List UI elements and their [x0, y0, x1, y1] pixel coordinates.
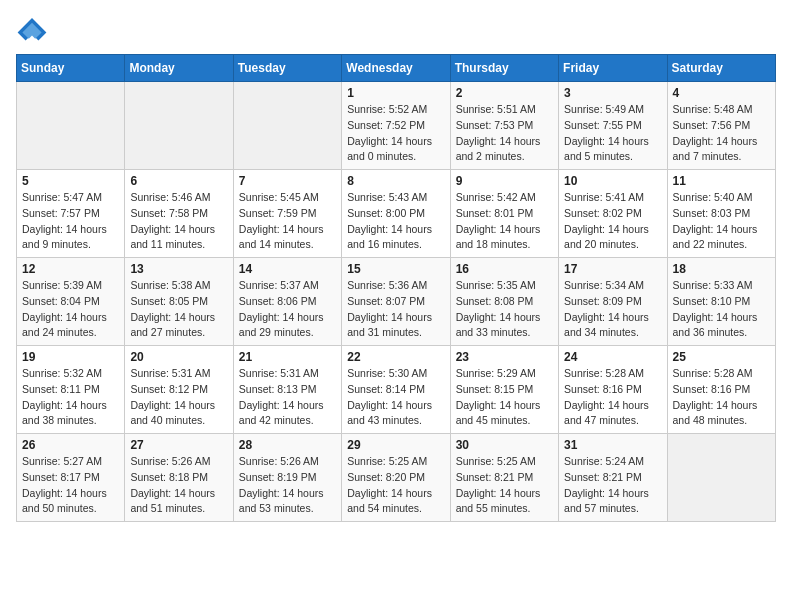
day-info: Sunrise: 5:41 AM Sunset: 8:02 PM Dayligh…	[564, 190, 661, 253]
day-cell: 17Sunrise: 5:34 AM Sunset: 8:09 PM Dayli…	[559, 258, 667, 346]
day-cell: 2Sunrise: 5:51 AM Sunset: 7:53 PM Daylig…	[450, 82, 558, 170]
day-number: 9	[456, 174, 553, 188]
day-number: 14	[239, 262, 336, 276]
day-info: Sunrise: 5:31 AM Sunset: 8:13 PM Dayligh…	[239, 366, 336, 429]
day-info: Sunrise: 5:28 AM Sunset: 8:16 PM Dayligh…	[564, 366, 661, 429]
day-number: 22	[347, 350, 444, 364]
logo	[16, 16, 52, 44]
header-cell-thursday: Thursday	[450, 55, 558, 82]
day-number: 16	[456, 262, 553, 276]
day-info: Sunrise: 5:46 AM Sunset: 7:58 PM Dayligh…	[130, 190, 227, 253]
day-number: 29	[347, 438, 444, 452]
header-cell-tuesday: Tuesday	[233, 55, 341, 82]
day-cell: 22Sunrise: 5:30 AM Sunset: 8:14 PM Dayli…	[342, 346, 450, 434]
day-cell: 26Sunrise: 5:27 AM Sunset: 8:17 PM Dayli…	[17, 434, 125, 522]
day-cell: 14Sunrise: 5:37 AM Sunset: 8:06 PM Dayli…	[233, 258, 341, 346]
day-number: 11	[673, 174, 770, 188]
day-cell: 19Sunrise: 5:32 AM Sunset: 8:11 PM Dayli…	[17, 346, 125, 434]
day-cell: 29Sunrise: 5:25 AM Sunset: 8:20 PM Dayli…	[342, 434, 450, 522]
day-info: Sunrise: 5:25 AM Sunset: 8:21 PM Dayligh…	[456, 454, 553, 517]
day-info: Sunrise: 5:24 AM Sunset: 8:21 PM Dayligh…	[564, 454, 661, 517]
day-cell: 3Sunrise: 5:49 AM Sunset: 7:55 PM Daylig…	[559, 82, 667, 170]
day-number: 27	[130, 438, 227, 452]
day-number: 20	[130, 350, 227, 364]
day-info: Sunrise: 5:33 AM Sunset: 8:10 PM Dayligh…	[673, 278, 770, 341]
day-info: Sunrise: 5:35 AM Sunset: 8:08 PM Dayligh…	[456, 278, 553, 341]
day-number: 17	[564, 262, 661, 276]
day-cell	[667, 434, 775, 522]
day-info: Sunrise: 5:34 AM Sunset: 8:09 PM Dayligh…	[564, 278, 661, 341]
day-info: Sunrise: 5:42 AM Sunset: 8:01 PM Dayligh…	[456, 190, 553, 253]
day-number: 7	[239, 174, 336, 188]
day-number: 31	[564, 438, 661, 452]
day-cell: 30Sunrise: 5:25 AM Sunset: 8:21 PM Dayli…	[450, 434, 558, 522]
header-cell-sunday: Sunday	[17, 55, 125, 82]
header-cell-wednesday: Wednesday	[342, 55, 450, 82]
calendar-table: SundayMondayTuesdayWednesdayThursdayFrid…	[16, 54, 776, 522]
week-row-2: 12Sunrise: 5:39 AM Sunset: 8:04 PM Dayli…	[17, 258, 776, 346]
day-cell: 16Sunrise: 5:35 AM Sunset: 8:08 PM Dayli…	[450, 258, 558, 346]
day-number: 19	[22, 350, 119, 364]
day-number: 1	[347, 86, 444, 100]
day-number: 21	[239, 350, 336, 364]
calendar-header: SundayMondayTuesdayWednesdayThursdayFrid…	[17, 55, 776, 82]
day-number: 30	[456, 438, 553, 452]
day-cell: 13Sunrise: 5:38 AM Sunset: 8:05 PM Dayli…	[125, 258, 233, 346]
header-row: SundayMondayTuesdayWednesdayThursdayFrid…	[17, 55, 776, 82]
week-row-0: 1Sunrise: 5:52 AM Sunset: 7:52 PM Daylig…	[17, 82, 776, 170]
day-number: 4	[673, 86, 770, 100]
day-info: Sunrise: 5:26 AM Sunset: 8:19 PM Dayligh…	[239, 454, 336, 517]
day-cell: 24Sunrise: 5:28 AM Sunset: 8:16 PM Dayli…	[559, 346, 667, 434]
day-number: 2	[456, 86, 553, 100]
day-info: Sunrise: 5:25 AM Sunset: 8:20 PM Dayligh…	[347, 454, 444, 517]
day-cell	[233, 82, 341, 170]
week-row-4: 26Sunrise: 5:27 AM Sunset: 8:17 PM Dayli…	[17, 434, 776, 522]
day-info: Sunrise: 5:26 AM Sunset: 8:18 PM Dayligh…	[130, 454, 227, 517]
day-cell: 6Sunrise: 5:46 AM Sunset: 7:58 PM Daylig…	[125, 170, 233, 258]
day-info: Sunrise: 5:39 AM Sunset: 8:04 PM Dayligh…	[22, 278, 119, 341]
day-cell	[125, 82, 233, 170]
day-info: Sunrise: 5:28 AM Sunset: 8:16 PM Dayligh…	[673, 366, 770, 429]
day-info: Sunrise: 5:40 AM Sunset: 8:03 PM Dayligh…	[673, 190, 770, 253]
day-info: Sunrise: 5:43 AM Sunset: 8:00 PM Dayligh…	[347, 190, 444, 253]
day-cell: 8Sunrise: 5:43 AM Sunset: 8:00 PM Daylig…	[342, 170, 450, 258]
day-info: Sunrise: 5:32 AM Sunset: 8:11 PM Dayligh…	[22, 366, 119, 429]
day-info: Sunrise: 5:49 AM Sunset: 7:55 PM Dayligh…	[564, 102, 661, 165]
week-row-1: 5Sunrise: 5:47 AM Sunset: 7:57 PM Daylig…	[17, 170, 776, 258]
week-row-3: 19Sunrise: 5:32 AM Sunset: 8:11 PM Dayli…	[17, 346, 776, 434]
day-info: Sunrise: 5:47 AM Sunset: 7:57 PM Dayligh…	[22, 190, 119, 253]
day-number: 26	[22, 438, 119, 452]
day-cell: 10Sunrise: 5:41 AM Sunset: 8:02 PM Dayli…	[559, 170, 667, 258]
day-cell: 23Sunrise: 5:29 AM Sunset: 8:15 PM Dayli…	[450, 346, 558, 434]
header-cell-friday: Friday	[559, 55, 667, 82]
day-number: 25	[673, 350, 770, 364]
day-cell: 5Sunrise: 5:47 AM Sunset: 7:57 PM Daylig…	[17, 170, 125, 258]
day-cell: 25Sunrise: 5:28 AM Sunset: 8:16 PM Dayli…	[667, 346, 775, 434]
header-cell-monday: Monday	[125, 55, 233, 82]
day-info: Sunrise: 5:37 AM Sunset: 8:06 PM Dayligh…	[239, 278, 336, 341]
day-number: 10	[564, 174, 661, 188]
day-info: Sunrise: 5:27 AM Sunset: 8:17 PM Dayligh…	[22, 454, 119, 517]
day-info: Sunrise: 5:29 AM Sunset: 8:15 PM Dayligh…	[456, 366, 553, 429]
day-number: 28	[239, 438, 336, 452]
day-cell: 11Sunrise: 5:40 AM Sunset: 8:03 PM Dayli…	[667, 170, 775, 258]
day-info: Sunrise: 5:51 AM Sunset: 7:53 PM Dayligh…	[456, 102, 553, 165]
day-cell: 21Sunrise: 5:31 AM Sunset: 8:13 PM Dayli…	[233, 346, 341, 434]
day-cell: 20Sunrise: 5:31 AM Sunset: 8:12 PM Dayli…	[125, 346, 233, 434]
logo-icon	[16, 16, 48, 44]
page-header	[16, 16, 776, 44]
day-cell: 9Sunrise: 5:42 AM Sunset: 8:01 PM Daylig…	[450, 170, 558, 258]
day-cell: 7Sunrise: 5:45 AM Sunset: 7:59 PM Daylig…	[233, 170, 341, 258]
day-cell: 18Sunrise: 5:33 AM Sunset: 8:10 PM Dayli…	[667, 258, 775, 346]
day-cell: 15Sunrise: 5:36 AM Sunset: 8:07 PM Dayli…	[342, 258, 450, 346]
day-cell	[17, 82, 125, 170]
day-info: Sunrise: 5:36 AM Sunset: 8:07 PM Dayligh…	[347, 278, 444, 341]
day-cell: 1Sunrise: 5:52 AM Sunset: 7:52 PM Daylig…	[342, 82, 450, 170]
day-number: 12	[22, 262, 119, 276]
day-info: Sunrise: 5:38 AM Sunset: 8:05 PM Dayligh…	[130, 278, 227, 341]
day-info: Sunrise: 5:31 AM Sunset: 8:12 PM Dayligh…	[130, 366, 227, 429]
day-cell: 12Sunrise: 5:39 AM Sunset: 8:04 PM Dayli…	[17, 258, 125, 346]
day-number: 13	[130, 262, 227, 276]
day-info: Sunrise: 5:52 AM Sunset: 7:52 PM Dayligh…	[347, 102, 444, 165]
day-number: 18	[673, 262, 770, 276]
